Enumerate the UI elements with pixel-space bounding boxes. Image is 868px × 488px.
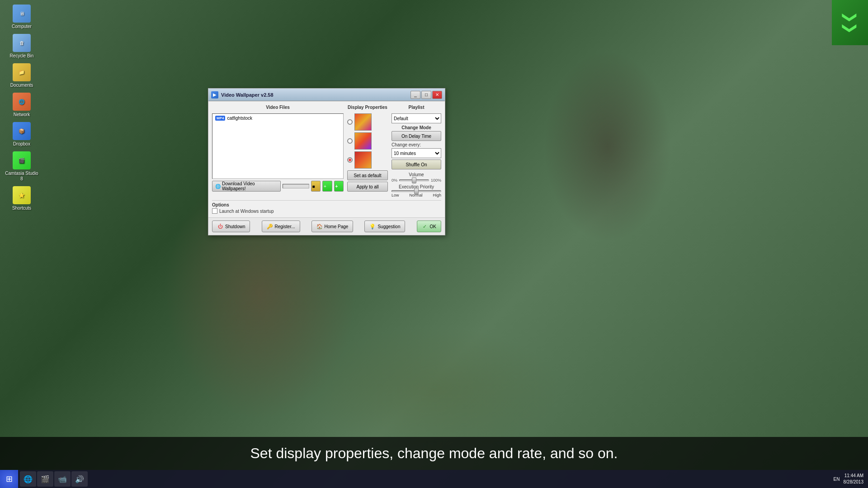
desktop-icons-container: 🖥 Computer 🗑 Recycle Bin 📁 Documents 🌐 N… bbox=[0, 0, 54, 216]
display-properties-header: Display Properties bbox=[347, 105, 388, 111]
start-icon: ⊞ bbox=[6, 474, 13, 484]
radio-thumbnail-1[interactable] bbox=[347, 119, 353, 125]
priority-slider-track[interactable] bbox=[392, 190, 441, 192]
taskbar-system-tray: EN 11:44 AM 8/28/2013 bbox=[829, 473, 868, 485]
recycle-bin-label: Recycle Bin bbox=[10, 53, 34, 59]
desktop-icon-camtasia[interactable]: 🎬 Camtasia Studio 8 bbox=[4, 151, 40, 182]
dialog-titlebar: ▶ Video Wallpaper v2.58 _ □ ✕ bbox=[208, 89, 445, 101]
shortcuts-icon: ⭐ bbox=[13, 186, 31, 204]
options-header: Options bbox=[212, 202, 441, 208]
dialog-window-controls: _ □ ✕ bbox=[410, 91, 442, 99]
set-as-default-button[interactable]: Set as default bbox=[347, 170, 388, 180]
display-props-header-area: Display Properties bbox=[347, 105, 388, 111]
launch-startup-checkbox[interactable] bbox=[212, 208, 217, 214]
taskbar-icon-2: 🎬 bbox=[41, 475, 50, 483]
subtitle-text: Set display properties, change mode and … bbox=[250, 445, 618, 461]
priority-low-label: Low bbox=[392, 193, 399, 197]
options-section: Options Launch at Windows startup bbox=[212, 202, 441, 214]
taskbar-date-display: 8/28/2013 bbox=[844, 479, 864, 485]
network-label: Network bbox=[14, 112, 30, 117]
close-button[interactable]: ✕ bbox=[432, 91, 442, 99]
thumbnail-3[interactable] bbox=[354, 151, 372, 169]
top-right-arrow-decoration: ❯ ❯ bbox=[832, 0, 868, 45]
change-mode-section: Change Mode On Delay Time Change every: … bbox=[392, 125, 441, 169]
priority-slider-thumb[interactable] bbox=[414, 188, 419, 194]
taskbar-item-2[interactable]: 🎬 bbox=[37, 471, 53, 487]
computer-label: Computer bbox=[12, 24, 32, 29]
thumbnail-row-2 bbox=[347, 132, 388, 150]
desktop-icon-recycle-bin[interactable]: 🗑 Recycle Bin bbox=[4, 34, 40, 59]
taskbar-clock: 11:44 AM 8/28/2013 bbox=[844, 473, 864, 485]
desktop-icon-dropbox[interactable]: 📦 Dropbox bbox=[4, 122, 40, 147]
desktop-icon-shortcuts[interactable]: ⭐ Shortcuts bbox=[4, 186, 40, 211]
change-every-dropdown[interactable]: 10 minutes bbox=[392, 148, 441, 158]
add-file-button[interactable]: + bbox=[334, 181, 344, 192]
apply-to-all-button[interactable]: Apply to all bbox=[347, 182, 388, 192]
register-button[interactable]: 🔑 Register... bbox=[262, 221, 300, 232]
documents-label: Documents bbox=[10, 83, 33, 88]
thumbnail-2[interactable] bbox=[354, 132, 372, 150]
playlist-header-area: Playlist bbox=[392, 105, 441, 111]
volume-slider-thumb[interactable] bbox=[412, 177, 416, 183]
arrow-down-icon2: ❯ bbox=[843, 22, 857, 34]
taskbar-item-1[interactable]: 🌐 bbox=[20, 471, 36, 487]
documents-icon: 📁 bbox=[13, 63, 31, 81]
desktop-background bbox=[0, 0, 868, 488]
camtasia-icon: 🎬 bbox=[13, 151, 31, 169]
computer-icon: 🖥 bbox=[13, 5, 31, 23]
desktop-icon-network[interactable]: 🌐 Network bbox=[4, 93, 40, 117]
suggestion-icon: 💡 bbox=[369, 223, 376, 230]
shutdown-icon: ⏻ bbox=[217, 223, 223, 230]
change-mode-label: Change Mode bbox=[392, 125, 441, 131]
video-wallpaper-dialog: ▶ Video Wallpaper v2.58 _ □ ✕ Video File… bbox=[208, 88, 445, 235]
dropbox-label: Dropbox bbox=[13, 141, 30, 147]
add-green-button[interactable]: + bbox=[322, 181, 332, 192]
homepage-button[interactable]: 🏠 Home Page bbox=[311, 221, 354, 232]
dialog-footer: ⏻ Shutdown 🔑 Register... 🏠 Home Page 💡 S… bbox=[208, 217, 445, 235]
taskbar-item-3[interactable]: 📹 bbox=[54, 471, 71, 487]
taskbar-item-4[interactable]: 🔊 bbox=[71, 471, 88, 487]
volume-slider-track[interactable] bbox=[399, 179, 429, 181]
color-tool-button[interactable]: ■ bbox=[311, 181, 321, 192]
suggestion-button[interactable]: 💡 Suggestion bbox=[364, 221, 405, 232]
minimize-button[interactable]: _ bbox=[410, 91, 420, 99]
maximize-button[interactable]: □ bbox=[421, 91, 431, 99]
priority-high-label: High bbox=[433, 193, 441, 197]
checkmark-icon: ✓ bbox=[422, 223, 428, 230]
desktop-icon-computer[interactable]: 🖥 Computer bbox=[4, 5, 40, 29]
taskbar-time-display: 11:44 AM bbox=[844, 473, 864, 479]
thumbnail-1[interactable] bbox=[354, 113, 372, 131]
desktop-icon-documents[interactable]: 📁 Documents bbox=[4, 63, 40, 88]
taskbar-icon-3: 📹 bbox=[58, 475, 67, 483]
on-delay-time-button[interactable]: On Delay Time bbox=[392, 131, 441, 141]
video-file-list[interactable]: MP4 catfightstock bbox=[212, 113, 344, 179]
video-list-item[interactable]: MP4 catfightstock bbox=[213, 115, 342, 122]
launch-startup-label: Launch at Windows startup bbox=[219, 209, 274, 214]
playlist-panel: Default Change Mode On Delay Time Change… bbox=[392, 113, 441, 197]
thumbnail-row-1 bbox=[347, 113, 388, 131]
playlist-header: Playlist bbox=[392, 105, 441, 111]
subtitle-bar: Set display properties, change mode and … bbox=[0, 437, 868, 470]
volume-max-label: 100% bbox=[431, 178, 441, 183]
execution-priority-section: Execution Priority Low Normal High bbox=[392, 184, 441, 197]
shutdown-button[interactable]: ⏻ Shutdown bbox=[212, 221, 250, 232]
display-action-buttons: Set as default Apply to all bbox=[347, 170, 388, 192]
radio-thumbnail-2[interactable] bbox=[347, 138, 353, 144]
thumbnail-row-3 bbox=[347, 151, 388, 169]
arrow-down-icon: ❯ bbox=[843, 11, 857, 23]
shuffle-button[interactable]: Shuffle On bbox=[392, 160, 441, 169]
download-progress-bar bbox=[283, 184, 309, 188]
ok-button[interactable]: ✓ OK bbox=[417, 221, 441, 232]
radio-thumbnail-3[interactable] bbox=[347, 157, 353, 163]
launch-startup-row: Launch at Windows startup bbox=[212, 208, 441, 214]
start-button[interactable]: ⊞ bbox=[0, 470, 18, 488]
volume-section: Volume 0% 100% bbox=[392, 172, 441, 183]
volume-min-label: 0% bbox=[392, 178, 397, 183]
download-video-button[interactable]: 🌐 Download Video Wallpapers! bbox=[212, 181, 281, 192]
camtasia-label: Camtasia Studio 8 bbox=[4, 171, 40, 182]
volume-label: Volume bbox=[392, 172, 441, 177]
options-divider bbox=[212, 200, 441, 201]
video-files-panel: MP4 catfightstock 🌐 Download Video Wallp… bbox=[212, 113, 344, 192]
playlist-dropdown[interactable]: Default bbox=[392, 113, 441, 123]
recycle-bin-icon: 🗑 bbox=[13, 34, 31, 52]
